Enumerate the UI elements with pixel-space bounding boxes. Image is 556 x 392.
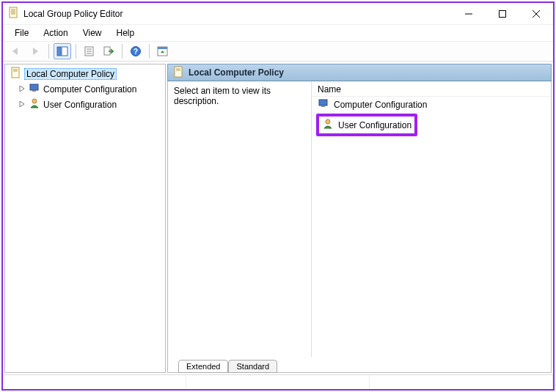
svg-rect-26 <box>175 67 182 77</box>
forward-button <box>26 43 44 59</box>
list-item-label: Computer Configuration <box>334 100 427 110</box>
menubar: File Action View Help <box>3 25 553 41</box>
description-panel: Select an item to view its description. <box>168 81 311 357</box>
tree-item-computer-config[interactable]: Computer Configuration <box>8 81 162 97</box>
svg-text:?: ? <box>133 48 138 56</box>
window-controls <box>452 4 553 24</box>
svg-rect-9 <box>57 47 61 56</box>
item-list[interactable]: Name Computer Configuration User Configu… <box>311 81 551 357</box>
menu-file[interactable]: File <box>9 26 34 40</box>
tree-root-label: Local Computer Policy <box>24 68 117 80</box>
tab-standard[interactable]: Standard <box>228 360 277 373</box>
titlebar: Local Group Policy Editor <box>3 3 553 25</box>
svg-rect-30 <box>321 106 325 107</box>
svg-rect-6 <box>500 10 506 17</box>
detail-pane: Local Computer Policy Select an item to … <box>167 64 552 373</box>
help-button[interactable]: ? <box>127 43 145 59</box>
svg-point-25 <box>32 99 37 103</box>
svg-rect-19 <box>158 47 167 49</box>
app-icon <box>7 7 19 21</box>
chevron-right-icon[interactable] <box>18 100 26 108</box>
user-icon <box>29 97 40 111</box>
toolbar: ? <box>3 41 553 62</box>
back-button <box>7 43 25 59</box>
tree-pane[interactable]: Local Computer Policy Computer Configura… <box>4 64 166 373</box>
tree-item-user-config[interactable]: User Configuration <box>8 97 162 112</box>
status-segment <box>370 375 553 389</box>
toolbar-separator <box>122 44 122 59</box>
svg-rect-10 <box>62 47 67 56</box>
computer-icon <box>318 97 329 111</box>
window-title: Local Group Policy Editor <box>23 9 452 19</box>
menu-action[interactable]: Action <box>37 26 73 40</box>
toolbar-separator <box>48 44 49 59</box>
svg-rect-29 <box>319 100 327 106</box>
tree-item-label: User Configuration <box>43 100 117 110</box>
close-button[interactable] <box>519 4 553 24</box>
status-segment <box>186 375 370 389</box>
window-frame: Local Group Policy Editor File Action Vi… <box>1 1 555 391</box>
minimize-button[interactable] <box>452 4 486 24</box>
tab-extended[interactable]: Extended <box>178 360 228 373</box>
detail-header: Local Computer Policy <box>167 64 552 81</box>
menu-help[interactable]: Help <box>111 26 141 40</box>
properties-button[interactable] <box>81 43 98 59</box>
toolbar-separator <box>76 44 76 59</box>
detail-body: Select an item to view its description. … <box>167 81 552 357</box>
computer-icon <box>29 82 40 96</box>
status-segment <box>3 375 186 389</box>
maximize-button[interactable] <box>486 4 519 24</box>
description-prompt: Select an item to view its description. <box>174 86 271 106</box>
highlight-annotation: User Configuration <box>316 114 417 136</box>
policy-icon <box>172 66 184 80</box>
svg-rect-20 <box>12 67 19 78</box>
svg-rect-23 <box>30 84 38 90</box>
list-item-computer-config[interactable]: Computer Configuration <box>312 97 551 112</box>
toolbar-separator <box>149 44 150 59</box>
policy-icon <box>10 67 21 81</box>
detail-tabs: Extended Standard <box>167 357 552 373</box>
show-pane-button[interactable] <box>154 43 172 59</box>
show-tree-button[interactable] <box>54 43 71 59</box>
list-item-label[interactable]: User Configuration <box>338 120 411 130</box>
tree-root[interactable]: Local Computer Policy <box>8 66 162 81</box>
export-list-button[interactable] <box>100 43 117 59</box>
user-icon <box>322 118 334 132</box>
main-split: Local Computer Policy Computer Configura… <box>3 62 553 374</box>
tree-item-label: Computer Configuration <box>43 84 136 95</box>
chevron-right-icon[interactable] <box>18 85 26 93</box>
svg-point-31 <box>326 119 330 124</box>
menu-view[interactable]: View <box>77 26 108 40</box>
column-header-name[interactable]: Name <box>312 83 551 97</box>
detail-header-title: Local Computer Policy <box>189 67 284 78</box>
statusbar <box>3 374 553 389</box>
svg-rect-24 <box>32 90 36 92</box>
